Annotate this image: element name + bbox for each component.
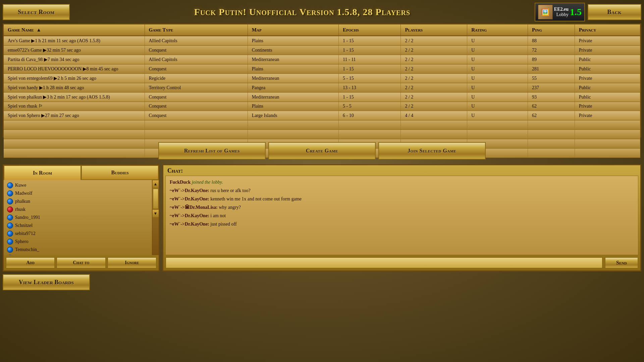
player-globe-icon: [7, 215, 13, 221]
scrollbar-thumb[interactable]: [153, 189, 158, 209]
table-cell-privacy: Private: [575, 111, 640, 120]
players-buttons: Add Chat to Ignore: [4, 255, 159, 270]
table-cell-epochs: 5 - 5: [339, 102, 401, 111]
games-section: Game Name ▲ Game Type Map Epochs Players…: [3, 23, 641, 137]
col-game-type[interactable]: Game Type: [145, 24, 248, 36]
table-cell-rating: U: [467, 55, 528, 64]
list-item[interactable]: Schnitzel: [6, 222, 149, 230]
table-cell-type: Conquest: [145, 46, 248, 55]
table-cell-name: emse0722's Game ▶32 min 57 sec ago: [4, 46, 145, 55]
table-cell-name: Spiel von phalkun ▶3 h 2 min 17 sec ago …: [4, 93, 145, 102]
chat-messages: FuckDuck joined the lobby.~eW`->Dr.KayOn…: [165, 176, 638, 255]
table-cell-privacy: Private: [575, 36, 640, 46]
table-cell-map: Plains: [248, 64, 338, 74]
table-cell-type: Allied Capitols: [145, 36, 248, 46]
list-item[interactable]: Kuwe: [6, 181, 149, 189]
lobby-version: 1.5: [570, 7, 582, 17]
scrollbar-down-arrow[interactable]: ▼: [152, 209, 159, 218]
leaderboards-button[interactable]: View Leader Boards: [3, 274, 90, 290]
chat-message: ~eW`->Dr.KayOne: just pissed off: [170, 221, 634, 228]
table-cell-players: 2 / 2: [401, 83, 467, 93]
list-item[interactable]: Sandro_1991: [6, 214, 149, 222]
table-cell-epochs: 1 - 15: [339, 36, 401, 46]
add-player-button[interactable]: Add: [6, 257, 55, 268]
table-row[interactable]: Spiel von Sphero ▶27 min 27 sec agoConqu…: [4, 111, 640, 120]
table-row[interactable]: Spiel von erntegolem69 ▶2 h 5 min 26 sec…: [4, 74, 640, 83]
send-button[interactable]: Send: [605, 257, 638, 268]
list-item[interactable]: rhusk: [6, 205, 149, 214]
col-ping[interactable]: Ping: [528, 24, 575, 36]
table-row[interactable]: Spiel von haedy ▶1 h 28 min 48 sec agoTe…: [4, 83, 640, 93]
table-cell-map: Plains: [248, 36, 338, 46]
list-item[interactable]: |uRs|>R_Empire: [6, 254, 149, 255]
players-scrollbar[interactable]: ▲ ▼: [152, 180, 159, 255]
col-epochs[interactable]: Epochs: [339, 24, 401, 36]
list-item[interactable]: phalkun: [6, 197, 149, 205]
refresh-games-button[interactable]: Refresh List of Games: [158, 142, 266, 160]
table-cell-empty: [339, 130, 401, 139]
bottom-section: In Room Buddies KuweMadwolfphalkunrhuskS…: [3, 164, 641, 272]
scrollbar-up-arrow[interactable]: ▲: [152, 180, 159, 188]
players-panel: In Room Buddies KuweMadwolfphalkunrhuskS…: [3, 164, 160, 272]
list-item[interactable]: Temutschin_: [6, 246, 149, 254]
header-title: Fuck Putin! Unofficial Version 1.5.8, 28…: [72, 7, 532, 17]
lobby-avatar: 🖼️: [538, 5, 553, 19]
table-row[interactable]: Arv's Game ▶1 h 21 min 11 sec ago (AOS 1…: [4, 36, 640, 46]
ignore-button[interactable]: Ignore: [107, 257, 157, 268]
table-cell-privacy: Public: [575, 83, 640, 93]
lobby-text: EE2.eu Lobby: [554, 7, 569, 17]
tab-buddies[interactable]: Buddies: [81, 165, 159, 180]
join-game-button[interactable]: Join Selected Game: [378, 142, 486, 160]
player-name: Temutschin_: [15, 247, 39, 252]
table-row-empty: [4, 130, 640, 139]
list-item[interactable]: sebita9712: [6, 230, 149, 238]
table-row[interactable]: PERRO LOCO HUEVOOOOOOOON ▶8 min 45 sec a…: [4, 64, 640, 74]
table-cell-privacy: Public: [575, 55, 640, 64]
player-name: Schnitzel: [15, 223, 33, 228]
create-game-button[interactable]: Create Game: [268, 142, 376, 160]
table-cell-rating: U: [467, 93, 528, 102]
chat-to-button[interactable]: Chat to: [56, 257, 106, 268]
table-row[interactable]: emse0722's Game ▶32 min 57 sec agoConque…: [4, 46, 640, 55]
list-item[interactable]: Sphero: [6, 238, 149, 246]
chat-input[interactable]: [165, 257, 603, 268]
player-name: phalkun: [15, 199, 30, 204]
col-map[interactable]: Map: [248, 24, 338, 36]
table-cell-rating: U: [467, 46, 528, 55]
table-cell-map: Mediterranean: [248, 93, 338, 102]
table-cell-ping: 89: [528, 55, 575, 64]
chat-label: Chat:: [163, 165, 640, 176]
table-row[interactable]: Spiel von phalkun ▶3 h 2 min 17 sec ago …: [4, 93, 640, 102]
table-row[interactable]: Partita di Cava_98 ▶7 min 34 sec agoAlli…: [4, 55, 640, 64]
table-cell-players: 2 / 2: [401, 74, 467, 83]
table-cell-epochs: 1 - 15: [339, 46, 401, 55]
player-globe-icon: [7, 239, 13, 245]
table-cell-map: Continents: [248, 46, 338, 55]
player-name: rhusk: [15, 207, 25, 212]
lobby-domain: EE2.eu: [554, 7, 569, 12]
chat-message: FuckDuck joined the lobby.: [170, 179, 634, 186]
table-cell-players: 2 / 2: [401, 64, 467, 74]
player-globe-icon: [7, 190, 13, 196]
games-table: Game Name ▲ Game Type Map Epochs Players…: [4, 24, 640, 158]
table-cell-empty: [339, 120, 401, 130]
tab-in-room[interactable]: In Room: [4, 165, 81, 180]
table-cell-empty: [528, 120, 575, 130]
table-cell-epochs: 6 - 10: [339, 111, 401, 120]
table-cell-players: 2 / 2: [401, 93, 467, 102]
table-cell-empty: [575, 130, 640, 139]
players-list: KuweMadwolfphalkunrhuskSandro_1991Schnit…: [4, 180, 152, 255]
footer: View Leader Boards: [3, 274, 641, 291]
list-item[interactable]: Madwolf: [6, 189, 149, 197]
col-players[interactable]: Players: [401, 24, 467, 36]
table-cell-epochs: 5 - 15: [339, 74, 401, 83]
select-room-button[interactable]: Select Room: [3, 4, 70, 20]
col-rating[interactable]: Rating: [467, 24, 528, 36]
col-game-name[interactable]: Game Name ▲: [4, 24, 145, 36]
back-button[interactable]: Back: [588, 4, 641, 20]
table-cell-empty: [145, 130, 248, 139]
table-cell-name: PERRO LOCO HUEVOOOOOOOON ▶8 min 45 sec a…: [4, 64, 145, 74]
table-cell-empty: [248, 130, 338, 139]
table-row[interactable]: Spiel von rhusk 🏳ConquestPlains5 - 52 / …: [4, 102, 640, 111]
col-privacy[interactable]: Privacy: [575, 24, 640, 36]
